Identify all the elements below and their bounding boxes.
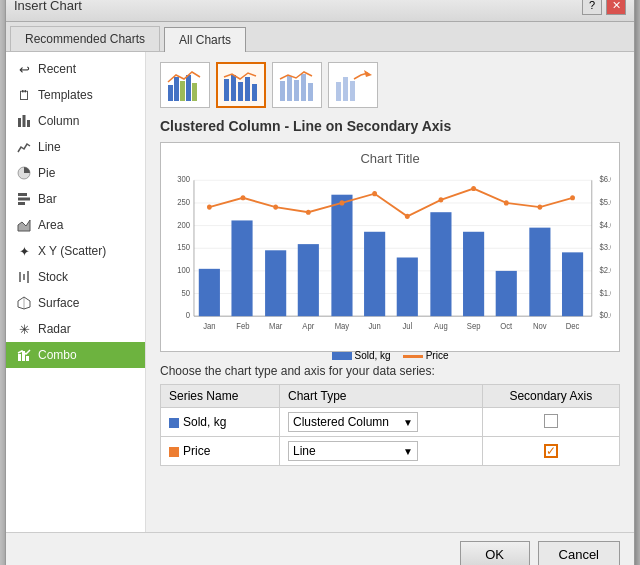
svg-point-81 [537, 204, 542, 209]
svg-rect-0 [18, 118, 21, 127]
sidebar-item-recent[interactable]: ↩ Recent [6, 56, 145, 82]
help-button[interactable]: ? [582, 0, 602, 15]
sidebar-item-combo[interactable]: Combo [6, 342, 145, 368]
svg-point-76 [372, 191, 377, 196]
sidebar-label-pie: Pie [38, 166, 55, 180]
svg-rect-1 [23, 115, 26, 127]
series-charttype-price: Line ▼ [280, 437, 483, 466]
svg-rect-26 [280, 81, 285, 101]
svg-rect-27 [287, 76, 292, 101]
svg-rect-67 [463, 232, 484, 316]
svg-rect-62 [298, 244, 319, 316]
svg-text:Jun: Jun [368, 321, 380, 330]
combo-type-2[interactable] [216, 62, 266, 108]
svg-rect-24 [245, 77, 250, 101]
charttype-dropdown-price[interactable]: Line ▼ [288, 441, 418, 461]
svg-point-73 [273, 204, 278, 209]
svg-rect-66 [430, 212, 451, 316]
col-header-secondary-axis: Secondary Axis [482, 385, 619, 408]
combo-type-custom[interactable] [328, 62, 378, 108]
radar-icon: ✳ [16, 321, 32, 337]
sidebar-item-stock[interactable]: Stock [6, 264, 145, 290]
svg-rect-2 [27, 120, 30, 127]
chart-preview-title: Chart Title [169, 151, 611, 166]
series-color-sold [169, 418, 179, 428]
svg-rect-21 [224, 79, 229, 101]
svg-rect-17 [174, 77, 179, 101]
svg-text:50: 50 [182, 288, 191, 297]
checkbox-secondary-sold[interactable] [544, 414, 558, 428]
sidebar-label-combo: Combo [38, 348, 77, 362]
svg-rect-63 [331, 195, 352, 316]
legend-item-sold: Sold, kg [332, 350, 391, 361]
sidebar-item-column[interactable]: Column [6, 108, 145, 134]
checkbox-secondary-price[interactable]: ✓ [544, 444, 558, 458]
svg-text:100: 100 [177, 266, 190, 275]
line-icon [16, 139, 32, 155]
series-table: Series Name Chart Type Secondary Axis So… [160, 384, 620, 466]
svg-rect-15 [26, 356, 29, 361]
bar-icon [16, 191, 32, 207]
svg-text:May: May [335, 321, 350, 330]
charttype-value-price: Line [293, 444, 316, 458]
svg-point-72 [241, 195, 246, 200]
svg-text:$2.00: $2.00 [599, 266, 611, 275]
ok-button[interactable]: OK [460, 541, 530, 565]
sidebar-item-pie[interactable]: Pie [6, 160, 145, 186]
svg-text:300: 300 [177, 175, 190, 184]
sidebar-item-surface[interactable]: Surface [6, 290, 145, 316]
tab-all-charts[interactable]: All Charts [164, 27, 246, 52]
svg-marker-7 [18, 220, 30, 231]
secondary-axis-sold [482, 408, 619, 437]
sidebar-item-bar[interactable]: Bar [6, 186, 145, 212]
charttype-dropdown-sold[interactable]: Clustered Column ▼ [288, 412, 418, 432]
combo-icon [16, 347, 32, 363]
svg-rect-20 [192, 83, 197, 101]
sidebar-label-line: Line [38, 140, 61, 154]
series-color-price [169, 447, 179, 457]
svg-point-75 [340, 200, 345, 205]
insert-chart-dialog: Insert Chart ? ✕ Recommended Charts All … [5, 0, 635, 565]
sidebar-item-radar[interactable]: ✳ Radar [6, 316, 145, 342]
content-area: ↩ Recent 🗒 Templates Column Line [6, 52, 634, 532]
recent-icon: ↩ [16, 61, 32, 77]
close-button[interactable]: ✕ [606, 0, 626, 15]
series-name-price: Price [161, 437, 280, 466]
svg-point-82 [570, 195, 575, 200]
svg-text:Feb: Feb [236, 321, 250, 330]
svg-rect-6 [18, 202, 25, 205]
series-charttype-sold: Clustered Column ▼ [280, 408, 483, 437]
dialog-footer: OK Cancel [6, 532, 634, 565]
sidebar-label-scatter: X Y (Scatter) [38, 244, 106, 258]
cancel-button[interactable]: Cancel [538, 541, 620, 565]
sidebar-item-scatter[interactable]: ✦ X Y (Scatter) [6, 238, 145, 264]
svg-text:Mar: Mar [269, 321, 283, 330]
stock-icon [16, 269, 32, 285]
chart-legend: Sold, kg Price [169, 350, 611, 361]
svg-point-77 [405, 214, 410, 219]
svg-text:150: 150 [177, 243, 190, 252]
legend-color-sold [332, 352, 352, 360]
combo-type-3[interactable] [272, 62, 322, 108]
svg-text:200: 200 [177, 220, 190, 229]
sidebar-label-area: Area [38, 218, 63, 232]
svg-text:Sep: Sep [467, 321, 481, 330]
svg-point-74 [306, 210, 311, 215]
tab-recommended-charts[interactable]: Recommended Charts [10, 26, 160, 51]
svg-rect-70 [562, 252, 583, 316]
svg-rect-60 [231, 220, 252, 316]
svg-rect-23 [238, 82, 243, 101]
svg-rect-64 [364, 232, 385, 316]
svg-point-79 [471, 186, 476, 191]
svg-rect-25 [252, 84, 257, 101]
sidebar-item-templates[interactable]: 🗒 Templates [6, 82, 145, 108]
svg-rect-33 [350, 81, 355, 101]
svg-point-80 [504, 200, 509, 205]
sidebar-item-area[interactable]: Area [6, 212, 145, 238]
svg-text:Jul: Jul [402, 321, 412, 330]
series-name-sold: Sold, kg [161, 408, 280, 437]
sidebar-item-line[interactable]: Line [6, 134, 145, 160]
svg-rect-32 [343, 77, 348, 101]
combo-type-1[interactable] [160, 62, 210, 108]
title-bar-buttons: ? ✕ [582, 0, 626, 15]
